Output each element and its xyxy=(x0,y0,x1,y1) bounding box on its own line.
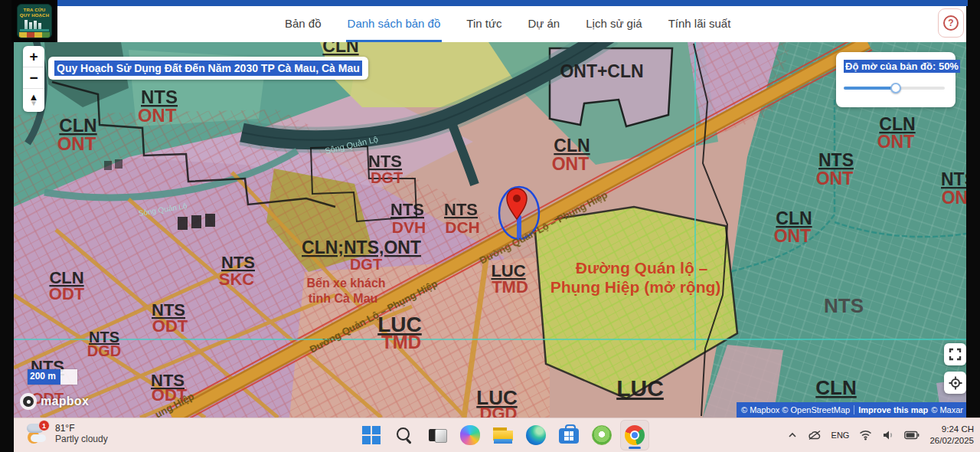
map-label-dvh: DVH xyxy=(392,218,426,236)
map-label-dgt: DGT xyxy=(350,256,382,273)
map-label-ph-ng-hi-p-m-r-ng-: Phụng Hiệp (mở rộng) xyxy=(550,278,721,296)
tab-tin-tuc[interactable]: Tin tức xyxy=(465,6,503,42)
weather-temp: 81°F xyxy=(55,423,108,434)
start-icon[interactable] xyxy=(357,420,386,450)
weather-icon: 1 xyxy=(26,422,49,445)
locate-icon xyxy=(949,376,962,390)
map-label-dgt: DGT xyxy=(371,169,403,186)
map-label-tmd: TMD xyxy=(381,332,421,352)
locate-button[interactable] xyxy=(944,372,966,394)
zoom-in-button[interactable]: + xyxy=(23,46,44,67)
taskbar-apps xyxy=(357,420,649,450)
notification-badge: 1 xyxy=(38,420,50,431)
logo-field-stripes xyxy=(19,32,50,38)
map-label-nts: NTS xyxy=(390,200,424,219)
attribution-maxar[interactable]: © Maxar xyxy=(931,405,963,414)
edge-icon[interactable] xyxy=(521,420,550,450)
copilot-icon[interactable] xyxy=(456,420,485,450)
map-attribution: © Mapbox © OpenStreetMap Improve this ma… xyxy=(737,402,966,418)
scale-text: 200 m xyxy=(28,369,60,385)
map-canvas[interactable]: NTSONTCLNONTCLNONT+CLNCLNONTNTSONTCLNONT… xyxy=(14,42,966,418)
opacity-slider[interactable] xyxy=(844,83,948,93)
map-label-odt: ODT xyxy=(152,316,188,336)
attribution-divider xyxy=(854,405,854,414)
map-label-luc: LUC xyxy=(616,375,664,401)
clock-date: 26/02/2025 xyxy=(929,435,974,447)
tab-lich-su-gia[interactable]: Lịch sử giá xyxy=(584,6,643,42)
attribution-improve-link[interactable]: Improve this map xyxy=(858,405,928,414)
map-label-ont: ONT xyxy=(552,154,590,174)
fullscreen-button[interactable] xyxy=(944,343,966,365)
map-label-cln: CLN xyxy=(322,42,358,56)
task-view-icon[interactable] xyxy=(423,420,452,450)
map-title-text: Quy Hoạch Sử Dụng Đất Đến Năm 2030 TP Cà… xyxy=(54,61,362,76)
volume-icon[interactable] xyxy=(882,430,894,441)
map-label-odt: ODT xyxy=(49,284,85,303)
map-label-ont: ONT xyxy=(816,169,854,188)
mapbox-logo[interactable]: mapbox xyxy=(20,393,89,410)
nav-tabs: Bản đồ Danh sách bản đồ Tin tức Dự án Lị… xyxy=(283,6,732,42)
map-label-nts: NTS xyxy=(368,152,402,171)
scale-bar-segment xyxy=(60,369,77,385)
chrome-icon[interactable] xyxy=(620,420,649,450)
map-label-tmd: TMD xyxy=(492,277,528,296)
map-label-nts: NTS xyxy=(141,87,178,107)
attribution-osm-link[interactable]: © Mapbox © OpenStreetMap xyxy=(741,405,850,414)
opacity-label: Độ mờ của bản đồ: 50% xyxy=(844,60,960,73)
zoom-control: + − ▲ ▼ xyxy=(23,46,44,112)
map-label-nts: NTS xyxy=(941,169,966,189)
logo-skyline-art xyxy=(20,20,49,31)
map-title-box: Quy Hoạch Sử Dụng Đất Đến Năm 2030 TP Cà… xyxy=(48,57,368,80)
zoom-out-button[interactable]: − xyxy=(23,67,44,89)
map-label-cln-nts-ont: CLN;NTS,ONT xyxy=(302,237,421,257)
logo-text-line1: TRA CỨU xyxy=(24,8,46,13)
tab-ban-do[interactable]: Bản đồ xyxy=(283,6,323,42)
map-label-ont: ONT xyxy=(877,132,915,152)
mapbox-logo-text: mapbox xyxy=(41,395,89,408)
wifi-icon[interactable] xyxy=(859,430,872,441)
clock-time: 9:24 CH xyxy=(929,424,974,435)
tray-chevron-icon[interactable] xyxy=(787,430,798,441)
map-label-dgd: DGD xyxy=(87,342,121,359)
map-label-skc: SKC xyxy=(219,270,255,289)
weather-widget[interactable]: 1 81°F Partly cloudy xyxy=(21,421,113,447)
map-label-ont: ONT xyxy=(57,133,96,154)
search-icon[interactable] xyxy=(390,420,419,450)
store-icon[interactable] xyxy=(554,420,583,450)
compass-button[interactable]: ▲ ▼ xyxy=(23,89,44,112)
onedrive-icon[interactable] xyxy=(808,430,822,441)
clock[interactable]: 9:24 CH 26/02/2025 xyxy=(929,424,974,447)
taskbar: 1 81°F Partly cloudy ENG xyxy=(14,418,980,452)
map-label-nts: NTS xyxy=(824,294,864,317)
system-tray: ENG 9:24 CH 26/02/2025 xyxy=(787,418,974,452)
map-label-dgd: DGD xyxy=(480,404,518,418)
tab-tinh-lai-suat[interactable]: Tính lãi suất xyxy=(667,6,733,42)
map-label-nts: NTS xyxy=(444,200,478,219)
map-label-cln: CLN xyxy=(815,376,856,399)
map-label-t-nh-c-mau: tỉnh Cà Mau xyxy=(309,292,378,305)
tab-du-an[interactable]: Dự án xyxy=(526,6,561,42)
mapbox-logo-icon xyxy=(20,393,37,410)
scale-bar: 200 m xyxy=(28,369,77,385)
navbar: Bản đồ Danh sách bản đồ Tin tức Dự án Lị… xyxy=(57,6,966,42)
app-logo-badge: TRA CỨU QUY HOẠCH xyxy=(17,4,52,38)
map-label-ont: ONT xyxy=(138,105,177,126)
logo-text-line2: QUY HOẠCH xyxy=(20,13,49,18)
fullscreen-icon xyxy=(949,348,962,361)
weather-condition: Partly cloudy xyxy=(55,434,108,444)
file-explorer-icon[interactable] xyxy=(488,420,518,450)
opacity-panel: Độ mờ của bản đồ: 50% xyxy=(836,52,956,107)
coccoc-icon[interactable] xyxy=(587,420,616,450)
slider-knob[interactable] xyxy=(890,83,901,93)
battery-icon[interactable] xyxy=(904,431,920,440)
tab-danh-sach-ban-do[interactable]: Danh sách bản đồ xyxy=(346,6,443,42)
map-container: NTSONTCLNONTCLNONT+CLNCLNONTNTSONTCLNONT… xyxy=(14,42,966,418)
browser-top-strip xyxy=(31,0,968,6)
language-indicator[interactable]: ENG xyxy=(831,431,850,440)
map-label-ont: ONT xyxy=(774,226,812,246)
map-label-ont-cln: ONT+CLN xyxy=(560,61,643,81)
app-logo[interactable]: TRA CỨU QUY HOẠCH xyxy=(11,0,57,42)
help-button[interactable]: ? xyxy=(938,8,964,38)
map-label-nts: NTS xyxy=(818,150,854,170)
map-label-dch: DCH xyxy=(445,218,480,236)
